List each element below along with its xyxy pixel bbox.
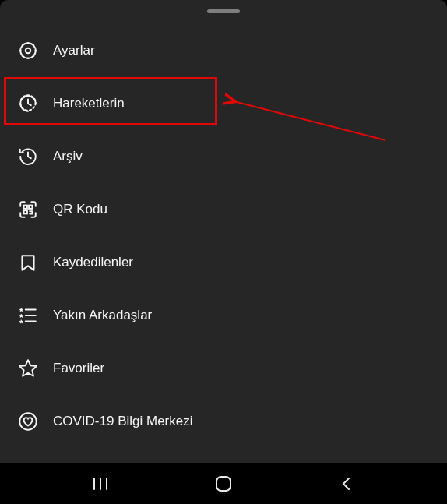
svg-point-1 — [20, 43, 36, 58]
menu-item-label: Favoriler — [53, 361, 104, 376]
nav-home-button[interactable] — [200, 468, 247, 499]
menu-item-covid-info[interactable]: COVID-19 Bilgi Merkezi — [0, 395, 447, 448]
menu-item-label: Yakın Arkadaşlar — [53, 308, 152, 323]
nav-back-button[interactable] — [323, 468, 370, 499]
menu-item-label: Ayarlar — [53, 43, 95, 58]
menu-item-label: COVID-19 Bilgi Merkezi — [53, 414, 193, 429]
menu-item-close-friends[interactable]: Yakın Arkadaşlar — [0, 289, 447, 342]
heart-circle-icon — [17, 411, 39, 432]
android-navbar — [0, 463, 447, 504]
menu-item-label: Hareketlerin — [53, 96, 125, 111]
bottom-sheet: Ayarlar Hareketlerin Arşiv — [0, 0, 447, 463]
drag-handle[interactable] — [207, 9, 240, 13]
menu-item-label: Arşiv — [53, 149, 83, 164]
menu-item-qr[interactable]: QR Kodu — [0, 183, 447, 236]
svg-point-0 — [26, 48, 31, 54]
bookmark-icon — [17, 252, 39, 273]
menu-item-favorites[interactable]: Favoriler — [0, 342, 447, 395]
star-icon — [17, 358, 39, 379]
menu-item-activity[interactable]: Hareketlerin — [0, 77, 447, 130]
menu-item-saved[interactable]: Kaydedilenler — [0, 236, 447, 289]
svg-rect-5 — [24, 210, 27, 213]
qr-icon — [17, 199, 39, 220]
archive-icon — [17, 146, 39, 167]
gear-icon — [17, 40, 39, 62]
activity-icon — [17, 93, 39, 115]
svg-rect-11 — [216, 477, 231, 491]
menu-item-archive[interactable]: Arşiv — [0, 130, 447, 183]
menu-item-label: Kaydedilenler — [53, 255, 133, 270]
menu-list: Ayarlar Hareketlerin Arşiv — [0, 24, 447, 448]
menu-item-settings[interactable]: Ayarlar — [0, 24, 447, 77]
close-friends-icon — [17, 305, 39, 326]
svg-rect-4 — [29, 206, 32, 209]
svg-point-6 — [19, 413, 37, 430]
menu-item-label: QR Kodu — [53, 202, 107, 217]
nav-recents-button[interactable] — [77, 468, 124, 499]
svg-rect-3 — [24, 206, 27, 209]
